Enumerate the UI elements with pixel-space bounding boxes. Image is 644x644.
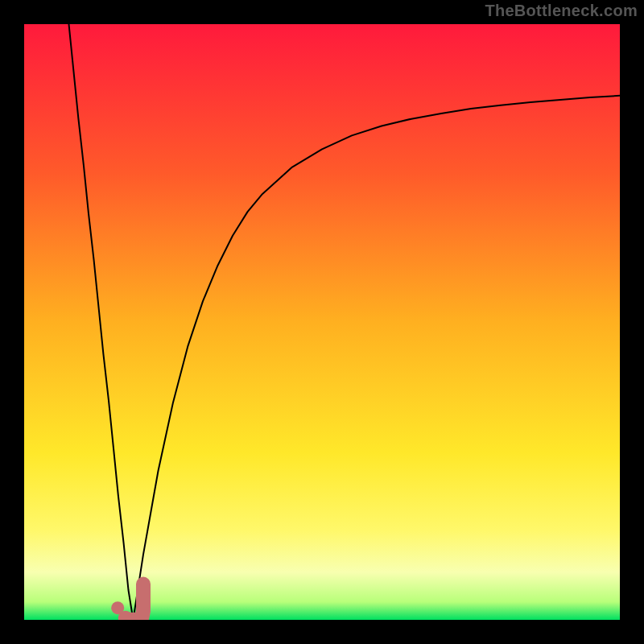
- plot-area: [24, 24, 620, 620]
- gradient-background: [24, 24, 620, 620]
- series-dot-dot-marker: [111, 601, 124, 614]
- chart-svg: [24, 24, 620, 620]
- watermark-text: TheBottleneck.com: [485, 2, 638, 20]
- chart-stage: TheBottleneck.com: [0, 0, 644, 644]
